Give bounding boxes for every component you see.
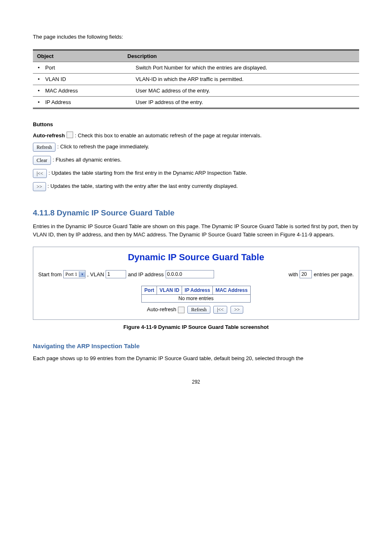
chevron-down-icon: ▾ xyxy=(79,271,85,277)
table-row: MAC Address User MAC address of the entr… xyxy=(33,85,359,96)
checkbox-icon xyxy=(67,132,73,138)
start-from-label: Start from xyxy=(38,271,62,278)
no-more-entries: No more entries xyxy=(142,295,250,303)
clear-desc: : Flushes all dynamic entries. xyxy=(53,156,359,164)
intro-paragraph: The page includes the following fields: xyxy=(33,33,359,41)
auto-refresh-label-2: Auto-refresh xyxy=(147,306,177,312)
nav-heading: Navigating the ARP Inspection Table xyxy=(33,342,359,349)
next-page-button[interactable]: >> xyxy=(231,306,244,314)
first-page-button-image: |<< xyxy=(33,169,47,178)
auto-refresh-desc: : Check this box to enable an automatic … xyxy=(75,132,359,140)
cell-object: MAC Address xyxy=(33,85,123,96)
vlan-label: , VLAN xyxy=(87,271,104,278)
auto-refresh-checkbox[interactable] xyxy=(178,307,184,313)
cell-object: IP Address xyxy=(33,96,123,108)
with-label: with xyxy=(288,271,298,278)
filter-row: Start from Port 1 ▾ , VLAN 1 and IP addr… xyxy=(38,270,354,278)
screenshot-title: Dynamic IP Source Guard Table xyxy=(38,252,354,263)
cell-description: User IP address of the entry. xyxy=(123,96,359,108)
result-table: Port VLAN ID IP Address MAC Address No m… xyxy=(141,286,250,303)
cell-description: User MAC address of the entry. xyxy=(123,85,359,96)
cell-object: VLAN ID xyxy=(33,73,123,85)
section-heading: 4.11.8 Dynamic IP Source Guard Table xyxy=(33,208,359,217)
header-description: Description xyxy=(123,50,359,62)
cell-description: VLAN-ID in which the ARP traffic is perm… xyxy=(123,73,359,85)
cell-object: Port xyxy=(33,62,123,73)
col-ip: IP Address xyxy=(182,286,213,295)
entries-input[interactable]: 20 xyxy=(300,270,312,278)
col-port: Port xyxy=(142,286,157,295)
figure-reference: Figure 4-11-9 xyxy=(280,231,312,238)
col-mac: MAC Address xyxy=(213,286,250,295)
next-desc: : Updates the table, starting with the e… xyxy=(48,182,359,190)
port-select[interactable]: Port 1 ▾ xyxy=(63,270,85,278)
figure-caption: Figure 4-11-9 Dynamic IP Source Guard Ta… xyxy=(33,324,359,330)
entries-per-page-label: entries per page. xyxy=(314,271,354,278)
vlan-input[interactable]: 1 xyxy=(106,270,126,278)
nav-body: Each page shows up to 99 entries from th… xyxy=(33,354,359,363)
ip-label: and IP address xyxy=(128,271,164,278)
section-title: Dynamic IP Source Guard Table xyxy=(57,208,175,217)
next-page-button-image: >> xyxy=(33,182,46,191)
refresh-button[interactable]: Refresh xyxy=(187,306,210,314)
parameters-table: Object Description Port Switch Port Numb… xyxy=(33,49,359,109)
section-number: 4.11.8 xyxy=(33,208,55,217)
page-number: 292 xyxy=(33,379,359,385)
table-row: Port Switch Port Number for which the en… xyxy=(33,62,359,73)
first-page-button[interactable]: |<< xyxy=(213,306,227,314)
refresh-button-image: Refresh xyxy=(33,143,55,152)
screenshot-panel: Dynamic IP Source Guard Table Start from… xyxy=(33,247,359,320)
table-row: IP Address User IP address of the entry. xyxy=(33,96,359,108)
header-object: Object xyxy=(33,50,123,62)
cell-description: Switch Port Number for which the entries… xyxy=(123,62,359,73)
section-body-text-2: appears. xyxy=(312,231,334,238)
buttons-heading: Buttons xyxy=(33,121,359,127)
table-row: VLAN ID VLAN-ID in which the ARP traffic… xyxy=(33,73,359,85)
clear-button-image: Clear xyxy=(33,156,51,165)
col-vlan: VLAN ID xyxy=(157,286,182,295)
refresh-desc: : Click to refresh the page immediately. xyxy=(57,143,359,151)
auto-refresh-label: Auto-refresh xyxy=(33,132,67,140)
first-desc: : Updates the table starting from the fi… xyxy=(48,169,359,177)
ip-input[interactable]: 0.0.0.0 xyxy=(166,270,214,278)
port-select-value: Port 1 xyxy=(65,271,77,278)
section-body: Entries in the Dynamic IP Source Guard T… xyxy=(33,222,359,238)
